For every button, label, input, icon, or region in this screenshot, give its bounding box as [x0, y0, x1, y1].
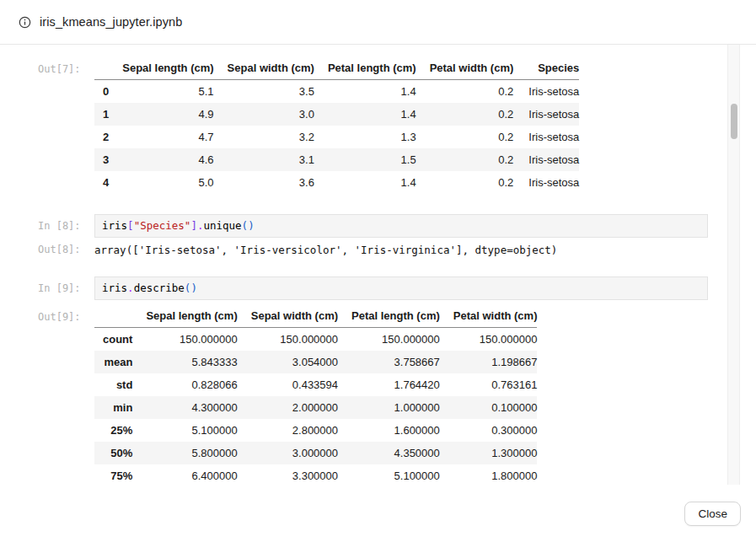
table-cell: 4.300000	[132, 396, 237, 419]
table-row: 50%5.8000003.0000004.3500001.300000	[94, 442, 537, 464]
table-cell: 1.3	[314, 126, 416, 148]
table-cell: 5.1	[109, 80, 213, 104]
row-index: 1	[94, 103, 109, 126]
array-output-text: array(['Iris-setosa', 'Iris-versicolor',…	[94, 243, 557, 257]
info-icon	[19, 16, 31, 29]
table-cell: 0.2	[416, 148, 514, 171]
table-cell: Iris-setosa	[513, 80, 579, 104]
dataframe-describe-table: Sepal length (cm)Sepal width (cm)Petal l…	[94, 305, 537, 485]
table-cell: 0.828066	[132, 373, 237, 396]
table-cell: 5.100000	[338, 464, 440, 485]
table-row: 75%6.4000003.3000005.1000001.800000	[94, 464, 537, 485]
file-preview-dialog: iris_kmeans_jupyter.ipynb Out[7]: Sepal …	[0, 0, 756, 542]
row-index: 50%	[94, 442, 132, 464]
code-token-bracket: [	[127, 219, 134, 232]
row-index: 3	[94, 148, 109, 171]
table-cell: 0.433594	[238, 373, 338, 396]
table-cell: 1.000000	[338, 396, 440, 419]
table-cell: Iris-setosa	[513, 103, 579, 126]
table-cell: 0.2	[416, 126, 514, 148]
vertical-scrollbar-thumb[interactable]	[731, 104, 737, 139]
dialog-header: iris_kmeans_jupyter.ipynb	[0, 0, 756, 45]
index-header	[94, 57, 109, 80]
table-cell: 5.0	[109, 171, 213, 194]
table-cell: 2.000000	[238, 396, 338, 419]
table-header-row: Sepal length (cm)Sepal width (cm)Petal l…	[94, 57, 579, 80]
table-cell: 4.6	[109, 148, 213, 171]
close-button[interactable]: Close	[684, 502, 741, 526]
row-index: min	[94, 396, 132, 419]
code-token-plain: describe	[134, 282, 185, 294]
table-cell: 150.000000	[132, 328, 237, 351]
table-cell: 1.600000	[338, 419, 440, 442]
code-token-plain: unique	[203, 219, 241, 232]
table-row: min4.3000002.0000001.0000000.100000	[94, 396, 537, 419]
table-cell: 4.9	[109, 103, 213, 126]
table-cell: Iris-setosa	[513, 148, 579, 171]
table-cell: 1.198667	[440, 351, 538, 373]
code-input: iris["Species"].unique()	[94, 214, 708, 238]
table-cell: 3.054000	[238, 351, 338, 373]
row-index: mean	[94, 351, 132, 373]
row-index: 75%	[94, 464, 132, 485]
table-cell: 150.000000	[440, 328, 538, 351]
output-cell-7: Out[7]: Sepal length (cm)Sepal width (cm…	[38, 57, 756, 194]
table-cell: 0.2	[416, 171, 514, 194]
table-row: mean5.8433333.0540003.7586671.198667	[94, 351, 537, 373]
input-prompt: In [9]:	[38, 276, 94, 294]
code-token-paren: )	[190, 282, 197, 294]
table-cell: 0.300000	[440, 419, 538, 442]
table-cell: 3.5	[214, 80, 314, 104]
dataframe-head-table: Sepal length (cm)Sepal width (cm)Petal l…	[94, 57, 579, 194]
table-cell: 5.843333	[132, 351, 237, 373]
index-header	[94, 305, 132, 328]
row-index: 2	[94, 126, 109, 148]
column-header: Sepal length (cm)	[132, 305, 237, 328]
output-cell-8: Out[8]: array(['Iris-setosa', 'Iris-vers…	[38, 243, 756, 257]
table-cell: 3.758667	[338, 351, 440, 373]
row-index: std	[94, 373, 132, 396]
table-cell: Iris-setosa	[513, 126, 579, 148]
input-prompt: In [8]:	[38, 214, 94, 232]
column-header: Petal width (cm)	[416, 57, 514, 80]
table-cell: 150.000000	[238, 328, 338, 351]
table-cell: 1.4	[314, 171, 416, 194]
table-cell: Iris-setosa	[513, 171, 579, 194]
output-cell-9: Out[9]: Sepal length (cm)Sepal width (cm…	[38, 305, 756, 485]
output-prompt: Out[8]:	[38, 243, 94, 255]
table-cell: 6.400000	[132, 464, 237, 485]
vertical-scrollbar-track[interactable]	[727, 45, 740, 485]
code-cell-9: In [9]: iris.describe()	[38, 276, 756, 300]
table-cell: 0.100000	[440, 396, 538, 419]
table-cell: 2.800000	[238, 419, 338, 442]
table-row: std0.8280660.4335941.7644200.763161	[94, 373, 537, 396]
table-header-row: Sepal length (cm)Sepal width (cm)Petal l…	[94, 305, 537, 328]
code-input: iris.describe()	[94, 276, 708, 300]
table-cell: 1.5	[314, 148, 416, 171]
row-index: 25%	[94, 419, 132, 442]
column-header: Petal length (cm)	[314, 57, 416, 80]
code-token-operator: .	[127, 282, 134, 294]
table-cell: 3.000000	[238, 442, 338, 464]
code-token-plain: iris	[102, 282, 127, 294]
table-row: count150.000000150.000000150.000000150.0…	[94, 328, 537, 351]
row-index: 0	[94, 80, 109, 104]
table-cell: 1.4	[314, 80, 416, 104]
table-cell: 0.2	[416, 80, 514, 104]
table-cell: 4.350000	[338, 442, 440, 464]
code-cell-8: In [8]: iris["Species"].unique()	[38, 214, 756, 238]
table-cell: 3.300000	[238, 464, 338, 485]
dialog-title: iris_kmeans_jupyter.ipynb	[40, 15, 182, 29]
code-token-string: "Species"	[134, 219, 191, 232]
table-cell: 0.2	[416, 103, 514, 126]
table-cell: 3.2	[214, 126, 314, 148]
table-cell: 150.000000	[338, 328, 440, 351]
code-token-paren: (	[242, 219, 249, 232]
table-cell: 5.100000	[132, 419, 237, 442]
table-row: 14.93.01.40.2Iris-setosa	[94, 103, 579, 126]
code-token-plain: iris	[102, 219, 127, 232]
table-row: 25%5.1000002.8000001.6000000.300000	[94, 419, 537, 442]
output-prompt: Out[7]:	[38, 57, 94, 75]
table-cell: 3.6	[214, 171, 314, 194]
code-token-bracket: ]	[190, 219, 197, 232]
